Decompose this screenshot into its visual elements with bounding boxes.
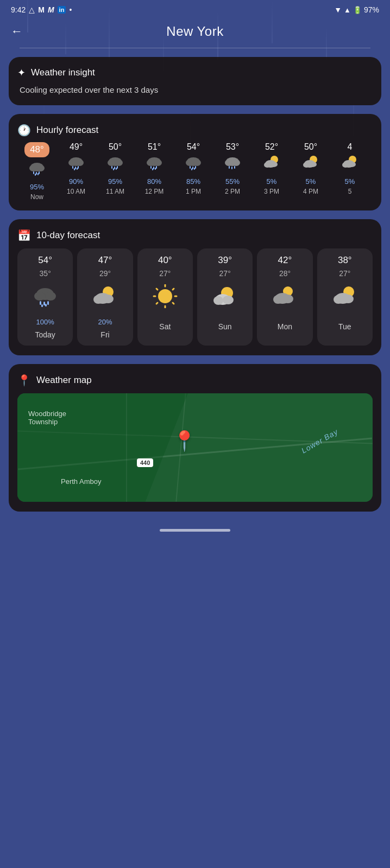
hourly-weather-icon	[106, 154, 124, 175]
hourly-time: 10 AM	[67, 188, 85, 195]
page-header: ← New York	[0, 17, 390, 48]
hourly-precip: 95%	[30, 183, 44, 191]
hourly-temp: 49°	[70, 142, 83, 152]
hourly-time: 5	[348, 188, 352, 195]
hourly-precip: 85%	[186, 177, 200, 186]
hourly-temp: 48°	[24, 142, 49, 157]
clock-icon: 🕐	[17, 124, 31, 137]
svg-rect-63	[47, 301, 49, 305]
map-road-badge: 440	[137, 458, 153, 467]
svg-point-10	[76, 159, 84, 166]
day-low-temp: 28°	[279, 269, 291, 278]
nav-pill	[160, 529, 230, 532]
svg-point-82	[223, 296, 234, 304]
weather-map[interactable]: WoodbridgeTownship 440 📍 Perth Amboy Low…	[17, 393, 373, 502]
insight-card-title: ✦ Weather insight	[17, 67, 373, 79]
svg-rect-3	[33, 171, 34, 174]
svg-rect-11	[72, 166, 73, 169]
svg-point-90	[343, 295, 354, 303]
svg-point-34	[193, 159, 201, 166]
hourly-precip: 95%	[108, 177, 122, 186]
day-name: Today	[35, 330, 55, 339]
svg-point-25	[147, 159, 154, 166]
svg-point-57	[348, 162, 356, 167]
hourly-precip: 5%	[306, 177, 316, 186]
map-location-pin: 📍	[172, 431, 197, 451]
hourly-weather-icon	[262, 154, 281, 175]
svg-rect-12	[75, 167, 76, 169]
svg-point-48	[264, 162, 271, 168]
day-low-temp: 29°	[99, 269, 111, 278]
battery-icon: 🔋	[353, 6, 362, 14]
svg-rect-28	[153, 167, 154, 169]
day-high-temp: 40°	[158, 255, 172, 266]
svg-rect-21	[117, 166, 118, 169]
day-high-temp: 54°	[38, 255, 52, 266]
hourly-weather-icon	[223, 154, 242, 175]
svg-point-56	[342, 162, 349, 168]
tenday-title-text: 10-day forecast	[36, 230, 100, 241]
svg-rect-23	[116, 168, 117, 170]
hourly-temp: 54°	[187, 142, 200, 152]
svg-rect-20	[114, 167, 115, 169]
svg-line-75	[156, 289, 158, 290]
svg-rect-35	[190, 166, 191, 169]
svg-rect-61	[40, 301, 41, 305]
svg-point-33	[186, 159, 193, 166]
svg-line-76	[173, 289, 174, 290]
map-label-perthamboy: Perth Amboy	[61, 477, 101, 486]
status-time: 9:42	[11, 5, 26, 14]
svg-rect-22	[113, 168, 114, 170]
svg-rect-38	[191, 168, 192, 170]
day-precip: 100%	[36, 318, 54, 326]
insight-text: Cooling expected over the next 3 days	[17, 84, 373, 95]
svg-point-1	[29, 165, 37, 171]
svg-rect-29	[156, 166, 157, 169]
wifi-icon: ▼	[334, 5, 342, 14]
day-weather-icon	[92, 284, 118, 311]
svg-point-60	[45, 292, 56, 301]
hourly-temp: 52°	[265, 142, 278, 152]
svg-rect-45	[234, 166, 235, 169]
header-divider	[20, 48, 370, 48]
svg-point-18	[115, 159, 123, 166]
svg-point-41	[225, 159, 232, 166]
battery-level: 97%	[364, 5, 379, 14]
sparkle-icon: ✦	[17, 67, 26, 79]
day-high-temp: 39°	[218, 255, 232, 266]
svg-point-86	[282, 295, 293, 303]
hourly-time: 11 AM	[106, 188, 124, 195]
svg-point-85	[273, 295, 283, 304]
svg-point-81	[213, 296, 223, 305]
hourly-time: 3 PM	[264, 188, 279, 195]
svg-point-59	[34, 292, 45, 301]
hourly-temp: 4	[348, 142, 353, 152]
hourly-precip: 90%	[69, 177, 83, 186]
linkedin-icon: in	[58, 6, 66, 14]
insight-title-text: Weather insight	[31, 67, 95, 78]
hourly-precip: 5%	[267, 177, 277, 186]
map-title-text: Weather map	[36, 375, 92, 386]
day-high-temp: 47°	[98, 255, 112, 266]
svg-rect-27	[150, 166, 152, 169]
svg-rect-5	[39, 171, 40, 174]
back-button[interactable]: ←	[11, 24, 23, 39]
day-forecast-item: 47°29° 20%Fri	[77, 248, 133, 346]
svg-rect-44	[231, 167, 232, 169]
mail1-icon: M	[38, 5, 45, 14]
svg-point-89	[334, 295, 343, 304]
svg-rect-65	[45, 304, 47, 307]
day-weather-icon	[32, 284, 58, 311]
location-icon: 📍	[17, 374, 31, 387]
svg-rect-13	[78, 166, 79, 169]
day-name: Sun	[218, 322, 232, 331]
hourly-item: 54° 85%1 PM	[174, 142, 213, 201]
hourly-item: 50° 95%11 AM	[96, 142, 135, 201]
svg-point-17	[108, 159, 115, 166]
day-forecast-item: 40°27° Sat	[137, 248, 193, 346]
hourly-temp: 50°	[304, 142, 317, 152]
svg-rect-31	[155, 168, 156, 170]
svg-point-49	[270, 162, 278, 167]
map-card: 📍 Weather map WoodbridgeTownship 440 📍 P…	[9, 364, 381, 512]
hourly-time: Now	[30, 193, 43, 201]
